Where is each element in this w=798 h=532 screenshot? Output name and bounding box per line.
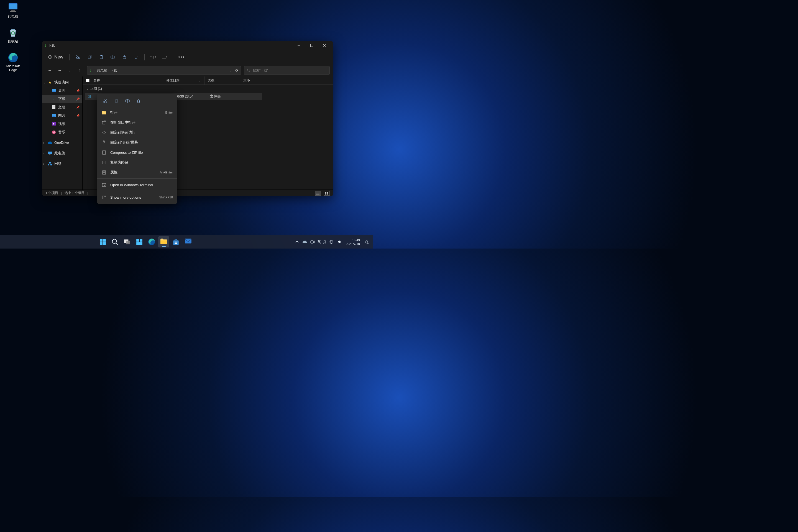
svg-line-17 bbox=[76, 55, 79, 58]
thumbnails-view-button[interactable] bbox=[324, 191, 330, 196]
delete-button[interactable] bbox=[131, 52, 141, 62]
rename-button[interactable] bbox=[122, 96, 132, 105]
column-size[interactable]: 大小 bbox=[240, 76, 262, 84]
svg-rect-52 bbox=[327, 193, 328, 194]
forward-button[interactable]: → bbox=[55, 66, 64, 75]
close-button[interactable] bbox=[318, 41, 331, 50]
select-all-checkbox[interactable] bbox=[86, 79, 90, 82]
ellipsis-icon: ••• bbox=[178, 55, 185, 60]
sidebar-quick-access[interactable]: ⌄ ★ 快速访问 bbox=[42, 78, 82, 87]
svg-point-53 bbox=[103, 101, 105, 103]
cut-button[interactable] bbox=[100, 96, 110, 105]
clock[interactable]: 16:49 2021/7/10 bbox=[344, 238, 362, 246]
sidebar-item-music[interactable]: 音乐 bbox=[42, 128, 82, 136]
details-view-button[interactable] bbox=[315, 191, 321, 196]
chevron-down-icon: ⌄ bbox=[43, 81, 45, 84]
minimize-button[interactable] bbox=[292, 41, 305, 50]
breadcrumb-current[interactable]: 下载 bbox=[109, 68, 118, 73]
copy-button[interactable] bbox=[84, 52, 95, 62]
svg-rect-44 bbox=[51, 164, 52, 166]
network-icon[interactable] bbox=[329, 239, 334, 245]
navbar: ← → ⌄ ↑ ↓ › 此电脑 › 下载 ⌄ ⟳ 搜索"下载" bbox=[42, 64, 333, 76]
svg-rect-75 bbox=[100, 242, 102, 245]
context-menu-properties[interactable]: 属性 Alt+Enter bbox=[97, 167, 177, 177]
address-bar[interactable]: ↓ › 此电脑 › 下载 ⌄ ⟳ bbox=[87, 66, 241, 75]
desktop-icon-recycle-bin[interactable]: 回收站 bbox=[3, 27, 23, 43]
ime-mode[interactable]: 拼 bbox=[323, 240, 326, 244]
recent-locations-button[interactable]: ⌄ bbox=[65, 66, 74, 75]
svg-rect-42 bbox=[49, 162, 51, 164]
more-button[interactable]: ••• bbox=[176, 52, 187, 62]
file-explorer-button[interactable] bbox=[158, 236, 169, 247]
new-button-label: New bbox=[54, 55, 63, 60]
new-button[interactable]: New bbox=[45, 52, 66, 62]
sidebar-item-pictures[interactable]: 图片📌 bbox=[42, 111, 82, 120]
delete-button[interactable] bbox=[134, 96, 144, 105]
cut-button[interactable] bbox=[72, 52, 83, 62]
start-button[interactable] bbox=[97, 236, 108, 247]
sidebar-item-downloads[interactable]: ↓ 下载📌 bbox=[42, 95, 82, 103]
pin-icon: 📌 bbox=[76, 97, 79, 100]
sidebar-this-pc[interactable]: › 此电脑 bbox=[42, 149, 82, 157]
widgets-button[interactable] bbox=[134, 236, 145, 247]
svg-rect-19 bbox=[89, 55, 91, 58]
maximize-button[interactable] bbox=[305, 41, 318, 50]
store-button[interactable] bbox=[170, 236, 182, 247]
context-menu-copy-path[interactable]: 复制为路径 bbox=[97, 157, 177, 167]
back-button[interactable]: ← bbox=[45, 66, 54, 75]
context-menu-open-new-window[interactable]: 在新窗口中打开 bbox=[97, 117, 177, 128]
desktop-icon-this-pc[interactable]: 此电脑 bbox=[3, 2, 23, 18]
view-button[interactable]: ▾ bbox=[159, 52, 170, 62]
sidebar-onedrive[interactable]: › OneDrive bbox=[42, 138, 82, 147]
column-date[interactable]: 修改日期 ⌄ bbox=[163, 76, 205, 84]
sidebar-item-videos[interactable]: 视频 bbox=[42, 120, 82, 128]
task-view-button[interactable] bbox=[122, 236, 133, 247]
sidebar-item-desktop[interactable]: 桌面📌 bbox=[42, 87, 82, 95]
svg-rect-8 bbox=[310, 44, 313, 47]
document-icon bbox=[52, 105, 56, 110]
onedrive-tray-icon[interactable] bbox=[302, 239, 307, 245]
search-box[interactable]: 搜索"下载" bbox=[244, 66, 330, 75]
sidebar-network[interactable]: › 网络 bbox=[42, 159, 82, 168]
sidebar-item-documents[interactable]: 文档📌 bbox=[42, 103, 82, 111]
windows-icon bbox=[99, 238, 107, 246]
status-items: 1 个项目 bbox=[45, 191, 58, 195]
rename-button[interactable] bbox=[107, 52, 118, 62]
svg-point-28 bbox=[247, 69, 249, 71]
notifications-button[interactable] bbox=[364, 239, 369, 245]
context-menu-more-options[interactable]: Show more options Shift+F10 bbox=[97, 192, 177, 202]
column-name[interactable]: 名称 bbox=[82, 76, 163, 84]
desktop-icon bbox=[52, 89, 56, 93]
svg-rect-33 bbox=[53, 106, 55, 107]
svg-rect-49 bbox=[325, 192, 326, 193]
volume-icon[interactable] bbox=[336, 239, 342, 245]
group-header[interactable]: ⌄ 上周 (1) bbox=[82, 85, 333, 93]
context-menu-compress-zip[interactable]: Compress to ZIP file bbox=[97, 147, 177, 157]
context-menu-open[interactable]: 打开 Enter bbox=[97, 108, 177, 117]
refresh-button[interactable]: ⟳ bbox=[235, 68, 239, 73]
desktop-icon-edge[interactable]: Microsoft Edge bbox=[3, 52, 23, 72]
context-menu-pin-start[interactable]: 固定到"开始"屏幕 bbox=[97, 137, 177, 147]
titlebar[interactable]: ↓ 下载 bbox=[42, 41, 333, 50]
checkbox-checked-icon[interactable]: ☑ bbox=[85, 94, 94, 99]
copy-button[interactable] bbox=[111, 96, 121, 105]
svg-point-14 bbox=[76, 57, 78, 59]
context-menu-windows-terminal[interactable]: Open in Windows Terminal bbox=[97, 180, 177, 190]
breadcrumb-root[interactable]: 此电脑 bbox=[96, 68, 108, 73]
chevron-down-icon[interactable]: ⌄ bbox=[229, 69, 231, 72]
column-type[interactable]: 类型 bbox=[205, 76, 240, 84]
mail-button[interactable] bbox=[183, 236, 194, 247]
svg-line-56 bbox=[104, 99, 106, 101]
sort-button[interactable]: ▾ bbox=[147, 52, 158, 62]
svg-line-55 bbox=[104, 99, 107, 101]
mail-icon bbox=[185, 238, 192, 246]
share-button[interactable] bbox=[119, 52, 130, 62]
ime-language[interactable]: 英 bbox=[318, 240, 321, 244]
tray-overflow-button[interactable] bbox=[294, 239, 300, 245]
paste-button[interactable] bbox=[96, 52, 107, 62]
up-button[interactable]: ↑ bbox=[75, 66, 84, 75]
context-menu-pin-quick-access[interactable]: 固定到快速访问 bbox=[97, 128, 177, 137]
search-button[interactable] bbox=[110, 236, 120, 247]
meet-now-icon[interactable] bbox=[310, 239, 315, 245]
edge-button[interactable] bbox=[146, 236, 157, 247]
